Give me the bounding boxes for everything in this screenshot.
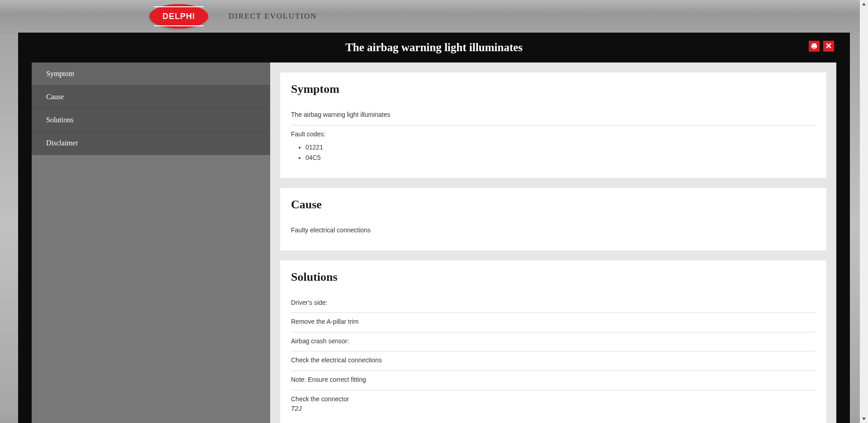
svg-rect-2 xyxy=(813,47,816,49)
fault-code-item: 04C5 xyxy=(305,153,816,163)
sidebar-item-cause[interactable]: Cause xyxy=(32,86,270,109)
scroll-up-arrow[interactable] xyxy=(860,0,868,8)
fault-codes-list: 01221 04C5 xyxy=(291,142,816,163)
svg-rect-0 xyxy=(812,43,816,45)
close-icon xyxy=(825,42,832,51)
solution-row: Airbag crash sensor: xyxy=(291,332,816,352)
main-content: Symptom The airbag warning light illumin… xyxy=(270,62,836,423)
cause-description: Faulty electrical connections xyxy=(291,221,816,240)
vertical-scrollbar[interactable] xyxy=(860,0,868,423)
solution-row: Note: Ensure correct fitting xyxy=(291,371,816,390)
solution-row: Remove the A-pillar trim xyxy=(291,313,816,332)
sidebar: Symptom Cause Solutions Disclaimer xyxy=(32,62,270,423)
svg-rect-3 xyxy=(813,48,815,48)
fault-code-item: 01221 xyxy=(305,142,816,152)
fault-codes-label: Fault codes: xyxy=(291,130,325,138)
sidebar-item-disclaimer[interactable]: Disclaimer xyxy=(32,132,270,155)
main-container: The airbag warning light illuminates xyxy=(18,33,850,423)
solutions-section: Solutions Driver's side: Remove the A-pi… xyxy=(280,260,826,423)
sidebar-item-symptom[interactable]: Symptom xyxy=(32,62,270,86)
delphi-logo: DELPHI xyxy=(149,4,208,29)
fault-codes-row: Fault codes: 01221 04C5 xyxy=(291,125,816,168)
solution-row: Check the electrical connections xyxy=(291,351,816,371)
brand-subtitle: DIRECT EVOLUTION xyxy=(229,12,317,21)
content-area: Symptom Cause Solutions Disclaimer Sympt… xyxy=(18,62,850,423)
symptom-section: Symptom The airbag warning light illumin… xyxy=(280,72,826,178)
cause-heading: Cause xyxy=(291,198,816,212)
symptom-heading: Symptom xyxy=(291,82,816,96)
print-icon xyxy=(811,43,817,49)
print-button[interactable] xyxy=(809,41,820,52)
connector-label: T2J xyxy=(291,404,816,413)
close-button[interactable] xyxy=(823,41,834,52)
logo-text: DELPHI xyxy=(162,12,195,21)
svg-marker-8 xyxy=(862,418,866,420)
symptom-description: The airbag warning light illuminates xyxy=(291,106,816,125)
solution-row: Driver's side: xyxy=(291,294,816,313)
connector-text: Check the connector xyxy=(291,395,349,403)
cause-section: Cause Faulty electrical connections xyxy=(280,188,826,250)
app-header: DELPHI DIRECT EVOLUTION xyxy=(0,0,868,33)
solutions-heading: Solutions xyxy=(291,270,816,284)
title-actions xyxy=(809,41,834,52)
svg-rect-4 xyxy=(813,48,815,48)
sidebar-item-solutions[interactable]: Solutions xyxy=(32,109,270,132)
scroll-down-arrow[interactable] xyxy=(860,415,868,423)
svg-marker-7 xyxy=(862,3,866,5)
page-title: The airbag warning light illuminates xyxy=(345,41,523,54)
logo-container: DELPHI DIRECT EVOLUTION xyxy=(149,4,317,29)
title-bar: The airbag warning light illuminates xyxy=(18,33,850,62)
solution-connector-row: Check the connector T2J xyxy=(291,390,816,419)
